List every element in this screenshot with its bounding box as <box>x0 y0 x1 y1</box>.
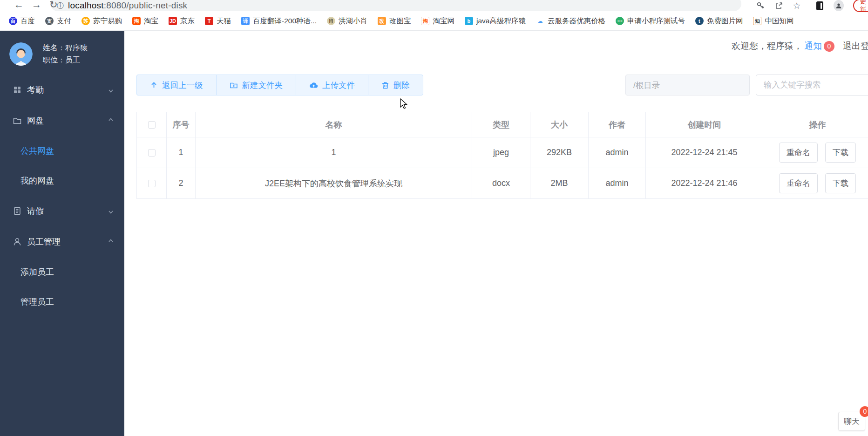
bookmark-favicon-icon: t <box>695 17 704 25</box>
bookmark-item[interactable]: 百百度 <box>4 14 40 27</box>
upload-file-button[interactable]: 上传文件 <box>296 75 368 95</box>
browser-toolbar: ← → ⓘ localhost:8080/public-net-disk ↻ ☆ <box>0 0 868 12</box>
bookmark-label: 京东 <box>180 16 195 26</box>
sidebar-item-employee-mgmt[interactable]: 员工管理 <box>0 226 124 257</box>
bookmark-item[interactable]: bjava高级程序猿 <box>460 14 531 27</box>
bookmark-favicon-icon: 改 <box>378 17 386 25</box>
chevron-down-icon <box>108 87 114 93</box>
search-input[interactable] <box>756 75 868 95</box>
cell-name: 1 <box>196 137 472 168</box>
cell-size: 2MB <box>530 168 589 199</box>
bookmark-item[interactable]: 淘淘宝网 <box>416 14 460 27</box>
bookmark-star-icon[interactable]: ☆ <box>792 0 802 11</box>
folder-icon <box>13 116 22 125</box>
bookmark-item[interactable]: ☁云服务器优惠价格 <box>531 14 610 27</box>
reload-icon[interactable]: ↻ <box>49 0 58 10</box>
bookmark-label: 申请小程序测试号 <box>627 16 685 26</box>
user-name: 姓名：程序猿 <box>43 42 88 54</box>
row-checkbox[interactable] <box>148 180 156 187</box>
bookmark-item[interactable]: 苏苏宁易购 <box>76 14 127 27</box>
bookmark-label: 苏宁易购 <box>93 16 122 26</box>
bookmark-label: 改图宝 <box>389 16 411 26</box>
bookmark-item[interactable]: 知中国知网 <box>748 14 799 27</box>
col-size: 大小 <box>530 112 589 137</box>
side-panel-icon[interactable] <box>814 0 825 11</box>
sidebar-item-label: 员工管理 <box>27 236 108 247</box>
bookmark-item[interactable]: JD京东 <box>163 14 200 27</box>
bookmark-favicon-icon: T <box>205 17 213 25</box>
share-icon[interactable] <box>774 0 784 11</box>
key-icon[interactable] <box>755 0 766 11</box>
table-row: 1 1 jpeg 292KB admin 2022-12-24 21:45 重命… <box>137 137 868 168</box>
bookmark-favicon-icon: 百 <box>9 17 17 25</box>
address-bar[interactable]: ⓘ localhost:8080/public-net-disk <box>50 0 741 11</box>
go-up-button[interactable]: 返回上一级 <box>136 75 216 95</box>
sidebar-item-netdisk[interactable]: 网盘 <box>0 105 124 136</box>
user-icon <box>13 237 22 246</box>
cell-type: jpeg <box>472 137 530 168</box>
cell-size: 292KB <box>530 137 589 168</box>
browser-update-button[interactable]: 更新 <box>853 0 868 12</box>
bookmark-label: 免费图片网 <box>707 16 743 26</box>
welcome-text: 欢迎您，程序猿， <box>732 40 802 52</box>
notifications-link[interactable]: 通知 <box>804 40 822 52</box>
download-button[interactable]: 下载 <box>825 143 856 163</box>
page-info-icon[interactable]: ⓘ <box>57 1 64 10</box>
bookmark-item[interactable]: 改改图宝 <box>373 14 416 27</box>
browser-profile-avatar[interactable] <box>834 0 844 11</box>
arrow-up-icon <box>150 81 158 89</box>
bookmark-item[interactable]: T天猫 <box>200 14 236 27</box>
sidebar-item-attendance[interactable]: 考勤 <box>0 75 124 105</box>
table-header-row: 序号 名称 类型 大小 作者 创建时间 操作 <box>137 112 868 137</box>
bookmark-item[interactable]: 淘淘宝 <box>127 14 163 27</box>
delete-button[interactable]: 删除 <box>368 75 423 95</box>
bookmark-item[interactable]: 译百度翻译-200种语... <box>236 14 322 27</box>
cell-created: 2022-12-24 21:45 <box>646 137 763 168</box>
table-row: 2 J2EE架构下的高校饮食管理系统实现 docx 2MB admin 2022… <box>137 168 868 199</box>
forward-icon[interactable]: → <box>32 0 41 10</box>
sidebar-item-label: 请假 <box>27 205 108 217</box>
download-button[interactable]: 下载 <box>825 173 856 193</box>
cell-author: admin <box>589 168 646 199</box>
back-icon[interactable]: ← <box>14 0 24 10</box>
logout-link[interactable]: 退出登录 <box>843 40 868 52</box>
bookmark-label: 中国知网 <box>765 16 793 26</box>
col-author: 作者 <box>589 112 646 137</box>
bookmark-label: 百度翻译-200种语... <box>253 16 317 26</box>
notification-count-badge: 0 <box>824 41 834 52</box>
user-title: 职位：员工 <box>43 54 88 66</box>
bookmark-item[interactable]: 肖洪湖小肖 <box>322 14 373 27</box>
sidebar-item-public-netdisk[interactable]: 公共网盘 <box>0 136 124 166</box>
col-actions: 操作 <box>763 112 868 137</box>
file-toolbar: 返回上一级 新建文件夹 上传文件 删除 <box>136 75 423 95</box>
bookmark-label: 天猫 <box>217 16 231 26</box>
bookmark-favicon-icon: ☁ <box>536 17 544 25</box>
bookmark-item[interactable]: ⋯申请小程序测试号 <box>610 14 690 27</box>
bookmark-item[interactable]: 支支付 <box>40 14 76 27</box>
cell-name: J2EE架构下的高校饮食管理系统实现 <box>196 168 472 199</box>
col-created: 创建时间 <box>646 112 763 137</box>
button-label: 返回上一级 <box>162 80 203 91</box>
grid-icon <box>13 85 22 95</box>
sidebar-subitem-label: 我的网盘 <box>20 175 54 186</box>
bookmark-favicon-icon: b <box>465 17 473 25</box>
bookmark-favicon-icon: 支 <box>45 17 54 25</box>
bookmark-favicon-icon: JD <box>169 17 177 25</box>
current-path-field[interactable] <box>625 75 750 95</box>
bookmark-favicon-icon: 知 <box>753 17 761 25</box>
url-text[interactable]: localhost:8080/public-net-disk <box>68 0 187 11</box>
sidebar-item-leave[interactable]: 请假 <box>0 196 124 226</box>
sidebar-item-add-employee[interactable]: 添加员工 <box>0 257 124 287</box>
rename-button[interactable]: 重命名 <box>779 143 818 163</box>
sidebar-subitem-label: 添加员工 <box>20 266 54 278</box>
bookmark-item[interactable]: t免费图片网 <box>690 14 748 27</box>
new-folder-button[interactable]: 新建文件夹 <box>216 75 296 95</box>
row-checkbox[interactable] <box>148 149 156 157</box>
sidebar-item-manage-employee[interactable]: 管理员工 <box>0 287 124 317</box>
bookmark-favicon-icon: ⋯ <box>616 17 624 25</box>
sidebar-item-my-netdisk[interactable]: 我的网盘 <box>0 166 124 196</box>
rename-button[interactable]: 重命名 <box>779 173 818 193</box>
select-all-checkbox[interactable] <box>148 121 156 129</box>
sidebar-subitem-label: 公共网盘 <box>20 145 54 157</box>
user-avatar <box>9 42 33 66</box>
